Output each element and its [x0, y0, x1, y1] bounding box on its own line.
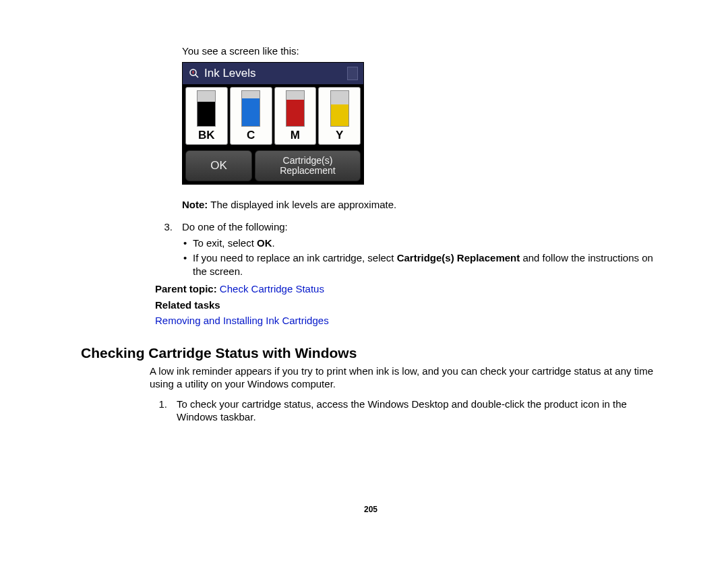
- related-tasks-heading: Related tasks: [155, 299, 661, 312]
- b1-bold: OK: [257, 237, 272, 249]
- parent-topic-link[interactable]: Check Cartridge Status: [220, 283, 324, 294]
- ink-fill-m: [286, 100, 304, 125]
- b2-bold: Cartridge(s) Replacement: [397, 252, 520, 263]
- ink-fill-c: [242, 98, 260, 126]
- ink-bar-bk: [197, 90, 216, 127]
- note-text: The displayed ink levels are approximate…: [208, 199, 396, 210]
- titlebar-right-slot: [347, 67, 358, 80]
- magnify-ink-icon: [188, 67, 200, 80]
- ink-levels-screen: Ink Levels BKCMY OK Cartridge(s) Replace…: [182, 62, 364, 185]
- cartridge-label-y: Y: [336, 128, 343, 143]
- ink-fill-y: [331, 104, 348, 125]
- step-3: 3. Do one of the following: To exit, sel…: [155, 220, 661, 280]
- section-paragraph: A low ink reminder appears if you try to…: [150, 365, 661, 391]
- cartridge-label-c: C: [247, 128, 255, 143]
- b2-pre: If you need to replace an ink cartridge,…: [193, 252, 397, 263]
- cartridge-label-m: M: [291, 128, 300, 143]
- cartridge-c: C: [230, 87, 272, 145]
- ok-button[interactable]: OK: [185, 150, 252, 181]
- parent-topic-label: Parent topic:: [155, 283, 217, 294]
- ink-button-row: OK Cartridge(s) Replacement: [183, 148, 363, 184]
- parent-topic-line: Parent topic: Check Cartridge Status: [155, 282, 661, 296]
- step-1-number: 1.: [150, 398, 177, 424]
- step-3-bullet-1: To exit, select OK.: [182, 237, 661, 250]
- ink-fill-bk: [198, 102, 215, 125]
- note-prefix: Note:: [182, 199, 208, 210]
- step-1-text: To check your cartridge status, access t…: [177, 398, 627, 423]
- step-3-number: 3.: [155, 220, 182, 280]
- ink-bar-y: [330, 90, 349, 127]
- step-1: 1. To check your cartridge status, acces…: [150, 398, 661, 424]
- ink-bar-m: [286, 90, 305, 127]
- section-heading: Checking Cartridge Status with Windows: [81, 344, 661, 362]
- related-tasks-label: Related tasks: [155, 299, 220, 311]
- cartridge-row: BKCMY: [183, 84, 363, 148]
- b1-post: .: [272, 237, 275, 249]
- related-link[interactable]: Removing and Installing Ink Cartridges: [155, 315, 329, 326]
- cartridge-bk: BK: [185, 87, 228, 145]
- cartridge-replacement-label: Cartridge(s) Replacement: [280, 156, 336, 175]
- step-3-bullet-2: If you need to replace an ink cartridge,…: [182, 251, 661, 278]
- cartridge-replacement-button[interactable]: Cartridge(s) Replacement: [255, 150, 361, 181]
- ink-bar-c: [241, 90, 260, 127]
- related-link-line: Removing and Installing Ink Cartridges: [155, 314, 661, 327]
- ink-levels-title: Ink Levels: [204, 66, 256, 81]
- cartridge-label-bk: BK: [198, 128, 215, 143]
- cartridge-m: M: [274, 87, 317, 145]
- svg-line-1: [195, 74, 199, 77]
- step-3-intro: Do one of the following:: [182, 221, 288, 232]
- intro-text: You see a screen like this:: [182, 44, 661, 58]
- ink-levels-titlebar: Ink Levels: [183, 63, 363, 84]
- cartridge-y: Y: [318, 87, 361, 145]
- page-number: 205: [81, 505, 661, 516]
- b1-pre: To exit, select: [193, 237, 257, 249]
- note-line: Note: The displayed ink levels are appro…: [182, 198, 661, 212]
